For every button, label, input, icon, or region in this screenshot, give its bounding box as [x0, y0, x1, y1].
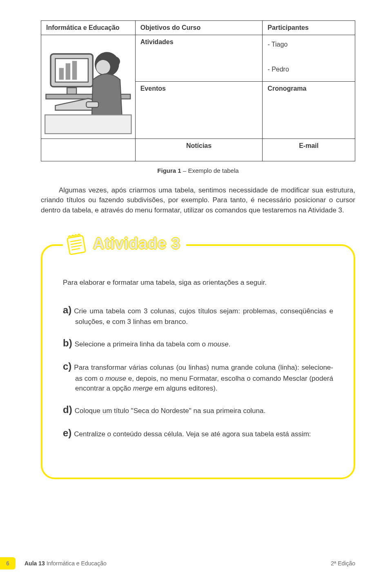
cell-informatica: Informática e Educação — [41, 21, 136, 35]
item-text: Crie uma tabela com 3 colunas, cujos tít… — [74, 307, 333, 326]
cell-objetivos: Objetivos do Curso — [135, 21, 263, 35]
item-marker: c) — [63, 361, 71, 372]
cell-cronograma: Cronograma — [263, 81, 355, 138]
item-text: Para transformar várias colunas (ou linh… — [74, 364, 333, 392]
item-text: Coloque um título "Seca do Nordeste" na … — [75, 407, 266, 415]
page: Informática e Educação Objetivos do Curs… — [0, 0, 392, 585]
cell-eventos: Eventos — [135, 81, 263, 138]
svg-rect-12 — [86, 102, 98, 107]
cell-email: E-mail — [263, 138, 355, 161]
participant-tiago: - Tiago — [267, 38, 350, 51]
activity-intro: Para elaborar e formatar uma tabela, sig… — [63, 279, 333, 287]
svg-rect-6 — [67, 88, 76, 94]
activity-box: Atividade 3 Para elaborar e formatar uma… — [41, 244, 355, 480]
table-row: Notícias E-mail — [41, 138, 355, 161]
cell-noticias: Notícias — [135, 138, 263, 161]
svg-rect-14 — [67, 235, 85, 255]
cell-participants-list: - Tiago - Pedro — [263, 35, 355, 82]
activity-list: a)Crie uma tabela com 3 colunas, cujos t… — [63, 303, 333, 440]
activity-item-d: d)Coloque um título "Seca do Nordeste" n… — [63, 403, 333, 417]
item-marker: b) — [63, 337, 72, 348]
activity-item-e: e)Centralize o conteúdo dessa célula. Ve… — [63, 426, 333, 440]
svg-point-11 — [111, 57, 120, 66]
body-paragraph: Algumas vezes, após criarmos uma tabela,… — [41, 185, 355, 216]
svg-rect-5 — [72, 61, 77, 80]
page-number-badge: 6 — [0, 557, 16, 569]
item-text: Selecione a primeira linha da tabela com… — [75, 340, 231, 348]
example-table: Informática e Educação Objetivos do Curs… — [41, 20, 355, 161]
table-row: Informática e Educação Objetivos do Curs… — [41, 21, 355, 35]
item-marker: a) — [63, 304, 71, 315]
activity-item-a: a)Crie uma tabela com 3 colunas, cujos t… — [63, 303, 333, 327]
activity-title-text: Atividade 3 — [93, 235, 180, 252]
activity-section: Atividade 3 Para elaborar e formatar uma… — [41, 244, 355, 480]
figure-caption: Figura 1 – Exemplo de tabela — [41, 167, 355, 174]
footer-lesson: Aula 13 Informática e Educação — [24, 560, 107, 567]
table-row: Atividades - Tiago - Pedro — [41, 35, 355, 82]
footer-edition: 2ª Edição — [331, 560, 355, 567]
footer-lesson-rest: Informática e Educação — [45, 560, 107, 567]
svg-rect-13 — [45, 115, 131, 134]
caption-bold: Figura 1 — [157, 167, 181, 174]
activity-title: Atividade 3 — [63, 232, 186, 256]
page-footer: 6 Aula 13 Informática e Educação 2ª Ediç… — [0, 557, 392, 569]
activity-item-b: b)Selecione a primeira linha da tabela c… — [63, 336, 333, 351]
empty-cell — [41, 138, 136, 161]
svg-rect-4 — [66, 63, 70, 80]
cell-participantes: Participantes — [263, 21, 355, 35]
illustration-cell — [41, 35, 136, 139]
person-computer-icon — [41, 35, 135, 138]
footer-lesson-bold: Aula 13 — [24, 560, 45, 567]
item-marker: e) — [63, 427, 71, 438]
notepad-icon — [65, 232, 88, 256]
svg-point-10 — [96, 60, 110, 74]
participant-pedro: - Pedro — [267, 63, 350, 76]
svg-rect-3 — [59, 68, 64, 80]
caption-rest: – Exemplo de tabela — [181, 167, 239, 174]
cell-atividades: Atividades — [135, 35, 263, 82]
item-marker: d) — [63, 404, 72, 415]
item-text: Centralize o conteúdo dessa célula. Veja… — [74, 430, 311, 438]
activity-item-c: c)Para transformar várias colunas (ou li… — [63, 359, 333, 394]
